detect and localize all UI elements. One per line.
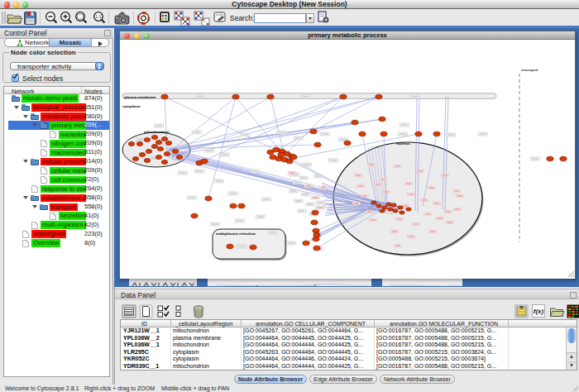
- svg-text:mitochondrion: mitochondrion: [144, 130, 170, 134]
- svg-text:unassigned: unassigned: [521, 69, 538, 72]
- svg-text:cytoplasm: cytoplasm: [122, 104, 141, 108]
- svg-text:endoplasmic reticulum: endoplasmic reticulum: [216, 232, 256, 236]
- svg-text:1:1: 1:1: [95, 14, 102, 19]
- svg-text:nucleus: nucleus: [396, 141, 410, 146]
- svg-text:plasma membrane: plasma membrane: [124, 95, 156, 99]
